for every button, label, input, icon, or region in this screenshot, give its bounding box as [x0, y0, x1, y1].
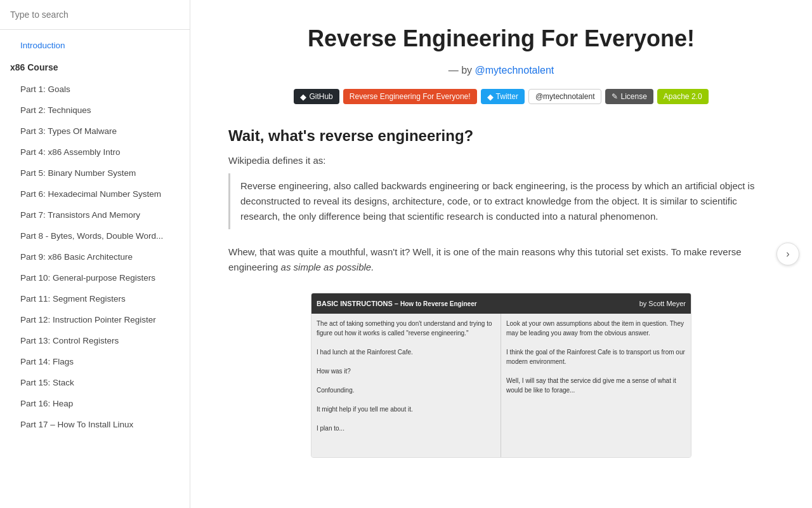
- sidebar-item-part17[interactable]: Part 17 – How To Install Linux: [0, 414, 190, 435]
- sidebar-item-part9[interactable]: Part 9: x86 Basic Architecture: [0, 246, 190, 267]
- badge-twitter-label: Twitter: [496, 92, 518, 101]
- sidebar-item-part10[interactable]: Part 10: General-purpose Registers: [0, 267, 190, 288]
- badges-container: ◆ GitHub Reverse Engineering For Everyon…: [228, 89, 774, 104]
- sidebar-item-part7[interactable]: Part 7: Transistors And Memory: [0, 204, 190, 225]
- byline: — by @mytechnotalent: [228, 65, 774, 76]
- badge-github-label: GitHub: [309, 92, 332, 101]
- twitter-icon: ◆: [487, 92, 494, 102]
- sidebar-item-part16[interactable]: Part 16: Heap: [0, 393, 190, 414]
- badge-license-key[interactable]: ✎ License: [605, 89, 653, 104]
- sidebar-item-part15[interactable]: Part 15: Stack: [0, 372, 190, 393]
- sidebar-item-part11[interactable]: Part 11: Segment Registers: [0, 288, 190, 309]
- followup-italic: as simple as possible.: [281, 262, 374, 272]
- badge-license-val-label: Apache 2.0: [664, 92, 702, 101]
- sidebar-item-part3[interactable]: Part 3: Types Of Malware: [0, 121, 190, 142]
- byline-prefix: — by: [449, 65, 475, 76]
- sidebar-item-part13[interactable]: Part 13: Control Registers: [0, 330, 190, 351]
- author-link[interactable]: @mytechnotalent: [475, 65, 554, 76]
- badge-license-key-label: License: [620, 92, 646, 101]
- sidebar-item-part8[interactable]: Part 8 - Bytes, Words, Double Word...: [0, 225, 190, 246]
- badge-twitter-handle[interactable]: @mytechnotalent: [528, 89, 602, 104]
- license-icon: ✎: [612, 92, 618, 101]
- search-input[interactable]: [10, 10, 180, 20]
- section-heading: Wait, what's reverse engineering?: [228, 127, 774, 145]
- sidebar-item-introduction[interactable]: Introduction: [0, 35, 190, 56]
- comic-panel-right: Look at your own assumptions about the i…: [501, 314, 691, 457]
- badge-repo[interactable]: Reverse Engineering For Everyone!: [343, 89, 477, 104]
- sidebar-item-part6[interactable]: Part 6: Hexadecimal Number System: [0, 184, 190, 204]
- page-title: Reverse Engineering For Everyone!: [228, 25, 774, 52]
- badge-twitter-handle-label: @mytechnotalent: [535, 92, 595, 101]
- badge-license-val[interactable]: Apache 2.0: [657, 89, 709, 104]
- main-content: Reverse Engineering For Everyone! — by @…: [190, 0, 812, 508]
- sidebar-item-part2[interactable]: Part 2: Techniques: [0, 100, 190, 121]
- nav-list: Introduction x86 Course Part 1: Goals Pa…: [0, 30, 190, 508]
- sidebar-item-part1[interactable]: Part 1: Goals: [0, 79, 190, 100]
- comic-title-right: by Scott Meyer: [501, 293, 691, 314]
- badge-twitter[interactable]: ◆ Twitter: [481, 89, 525, 104]
- sidebar-item-part4[interactable]: Part 4: x86 Assembly Intro: [0, 142, 190, 163]
- sidebar-item-part12[interactable]: Part 12: Instruction Pointer Register: [0, 309, 190, 330]
- badge-repo-label: Reverse Engineering For Everyone!: [350, 92, 471, 101]
- sidebar-section-x86[interactable]: x86 Course: [0, 56, 190, 79]
- wiki-intro: Wikipedia defines it as:: [228, 155, 774, 166]
- sidebar-item-part5[interactable]: Part 5: Binary Number System: [0, 163, 190, 184]
- comic-panel-left: The act of taking something you don't un…: [311, 314, 501, 457]
- badge-github[interactable]: ◆ GitHub: [294, 89, 339, 104]
- comic-title-left: BASIC INSTRUCTIONS – How to Reverse Engi…: [311, 293, 501, 314]
- sidebar-item-part14[interactable]: Part 14: Flags: [0, 351, 190, 372]
- comic-container: BASIC INSTRUCTIONS – How to Reverse Engi…: [228, 293, 774, 458]
- github-icon: ◆: [300, 92, 306, 102]
- comic-subtitle: How to Reverse Engineer: [400, 300, 477, 307]
- followup-text: Whew, that was quite a mouthful, wasn't …: [228, 244, 774, 275]
- next-button[interactable]: ›: [776, 243, 799, 265]
- blockquote: Reverse engineering, also called backwar…: [228, 173, 774, 229]
- search-container: [0, 0, 190, 30]
- comic-image: BASIC INSTRUCTIONS – How to Reverse Engi…: [311, 293, 691, 458]
- sidebar: Introduction x86 Course Part 1: Goals Pa…: [0, 0, 190, 508]
